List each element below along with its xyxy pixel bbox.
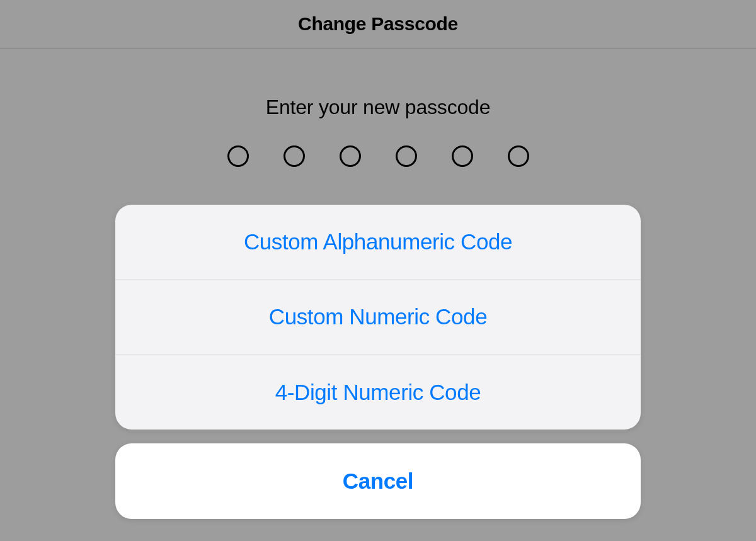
passcode-input[interactable] — [227, 145, 529, 167]
custom-alphanumeric-code-option[interactable]: Custom Alphanumeric Code — [115, 205, 641, 280]
passcode-dot-icon — [508, 145, 529, 167]
page-title: Change Passcode — [298, 13, 458, 35]
cancel-button-label: Cancel — [343, 469, 413, 494]
instruction-label: Enter your new passcode — [266, 96, 491, 119]
action-item-label: Custom Alphanumeric Code — [244, 229, 512, 254]
passcode-dot-icon — [340, 145, 361, 167]
custom-numeric-code-option[interactable]: Custom Numeric Code — [115, 280, 641, 355]
action-item-label: 4-Digit Numeric Code — [275, 380, 481, 405]
passcode-dot-icon — [284, 145, 305, 167]
cancel-button[interactable]: Cancel — [115, 443, 641, 519]
passcode-options-action-sheet: Custom Alphanumeric Code Custom Numeric … — [115, 205, 641, 430]
passcode-dot-icon — [227, 145, 249, 167]
four-digit-numeric-code-option[interactable]: 4-Digit Numeric Code — [115, 355, 641, 430]
passcode-dot-icon — [396, 145, 417, 167]
action-item-label: Custom Numeric Code — [269, 304, 487, 329]
passcode-dot-icon — [452, 145, 473, 167]
content-area: Enter your new passcode — [0, 48, 756, 167]
navigation-header: Change Passcode — [0, 0, 756, 48]
